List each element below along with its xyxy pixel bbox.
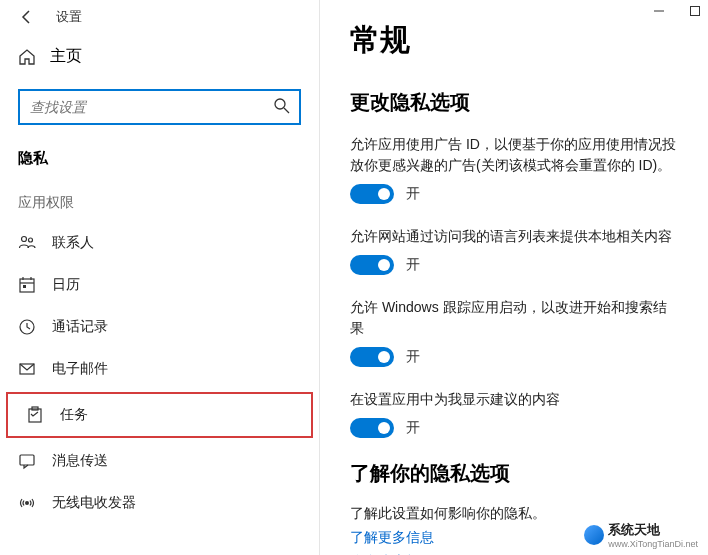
svg-rect-1 (691, 7, 700, 16)
sidebar-item-label: 电子邮件 (52, 360, 108, 378)
watermark-name: 系统天地 (608, 521, 698, 539)
calendar-icon (18, 276, 36, 294)
category-title: 隐私 (0, 143, 319, 186)
minimize-button[interactable] (652, 4, 666, 18)
toggle-state-label: 开 (406, 348, 420, 366)
svg-line-3 (284, 108, 289, 113)
sidebar-item-call-history[interactable]: 通话记录 (0, 306, 319, 348)
svg-rect-6 (20, 279, 34, 292)
back-button[interactable] (18, 8, 36, 26)
contacts-icon (18, 234, 36, 252)
svg-point-2 (275, 99, 285, 109)
sidebar-item-label: 联系人 (52, 234, 94, 252)
home-button[interactable]: 主页 (0, 34, 319, 79)
sidebar-item-label: 日历 (52, 276, 80, 294)
messaging-icon (18, 452, 36, 470)
toggle-row-language-list: 开 (350, 255, 678, 275)
sidebar-item-radio[interactable]: 无线电收发器 (0, 482, 319, 524)
section-heading: 更改隐私选项 (350, 89, 678, 116)
home-icon (18, 48, 36, 66)
watermark-logo-icon (584, 525, 604, 545)
radio-icon (18, 494, 36, 512)
svg-point-16 (25, 501, 29, 505)
toggle-row-ad-id: 开 (350, 184, 678, 204)
toggle-desc: 允许应用使用广告 ID，以便基于你的应用使用情况投放你更感兴趣的广告(关闭该模式… (350, 134, 678, 176)
home-label: 主页 (50, 46, 82, 67)
sidebar-item-label: 无线电收发器 (52, 494, 136, 512)
sidebar-item-label: 通话记录 (52, 318, 108, 336)
toggle-row-suggestions: 开 (350, 418, 678, 438)
svg-point-5 (29, 238, 33, 242)
toggle-desc: 允许 Windows 跟踪应用启动，以改进开始和搜索结果 (350, 297, 678, 339)
watermark-url: www.XiTongTianDi.net (608, 539, 698, 549)
window-controls (652, 4, 702, 18)
svg-point-4 (22, 237, 27, 242)
sidebar-item-label: 任务 (60, 406, 88, 424)
toggle-suggestions[interactable] (350, 418, 394, 438)
tasks-icon (26, 406, 44, 424)
search-container (18, 89, 301, 125)
call-history-icon (18, 318, 36, 336)
sidebar-item-tasks[interactable]: 任务 (6, 392, 313, 438)
toggle-language-list[interactable] (350, 255, 394, 275)
search-icon[interactable] (273, 97, 291, 115)
watermark: 系统天地 www.XiTongTianDi.net (584, 521, 698, 549)
toggle-state-label: 开 (406, 419, 420, 437)
search-input[interactable] (18, 89, 301, 125)
sidebar-item-contacts[interactable]: 联系人 (0, 222, 319, 264)
toggle-app-tracking[interactable] (350, 347, 394, 367)
svg-rect-13 (29, 409, 41, 422)
sidebar: 设置 主页 隐私 应用权限 联系人 日历 通话记录 电子邮件 任务 (0, 0, 320, 555)
maximize-button[interactable] (688, 4, 702, 18)
toggle-row-app-tracking: 开 (350, 347, 678, 367)
subsection-title: 应用权限 (0, 186, 319, 222)
title-bar: 设置 (0, 0, 319, 34)
toggle-state-label: 开 (406, 256, 420, 274)
sidebar-item-email[interactable]: 电子邮件 (0, 348, 319, 390)
main-content: 常规 更改隐私选项 允许应用使用广告 ID，以便基于你的应用使用情况投放你更感兴… (320, 0, 708, 555)
sidebar-item-messaging[interactable]: 消息传送 (0, 440, 319, 482)
svg-rect-10 (23, 285, 26, 288)
sidebar-item-calendar[interactable]: 日历 (0, 264, 319, 306)
email-icon (18, 360, 36, 378)
toggle-state-label: 开 (406, 185, 420, 203)
app-title: 设置 (56, 8, 82, 26)
sidebar-item-label: 消息传送 (52, 452, 108, 470)
page-title: 常规 (350, 20, 678, 61)
section-heading: 了解你的隐私选项 (350, 460, 678, 487)
svg-rect-15 (20, 455, 34, 465)
toggle-ad-id[interactable] (350, 184, 394, 204)
toggle-desc: 允许网站通过访问我的语言列表来提供本地相关内容 (350, 226, 678, 247)
toggle-desc: 在设置应用中为我显示建议的内容 (350, 389, 678, 410)
